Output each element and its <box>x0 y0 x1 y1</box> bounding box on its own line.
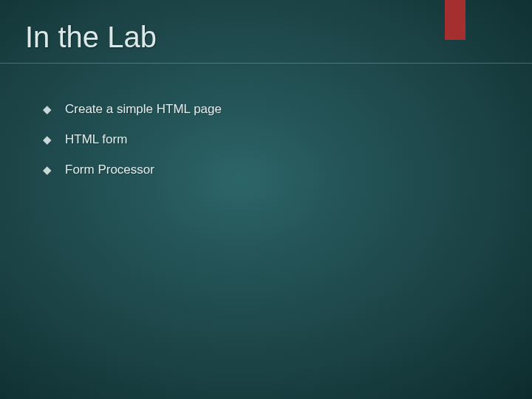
slide-title: In the Lab <box>25 21 157 54</box>
list-item: ◆ Form Processor <box>43 163 502 177</box>
accent-bar <box>445 0 466 40</box>
slide-container: In the Lab ◆ Create a simple HTML page ◆… <box>0 0 532 399</box>
list-item: ◆ Create a simple HTML page <box>43 102 502 117</box>
title-underline <box>0 63 532 64</box>
diamond-bullet-icon: ◆ <box>43 164 52 175</box>
list-item: ◆ HTML form <box>43 132 502 147</box>
content-area: ◆ Create a simple HTML page ◆ HTML form … <box>43 102 502 193</box>
bullet-text: Create a simple HTML page <box>65 102 222 117</box>
bullet-text: HTML form <box>65 132 127 147</box>
bullet-text: Form Processor <box>65 163 154 177</box>
diamond-bullet-icon: ◆ <box>43 134 52 145</box>
diamond-bullet-icon: ◆ <box>43 103 52 115</box>
